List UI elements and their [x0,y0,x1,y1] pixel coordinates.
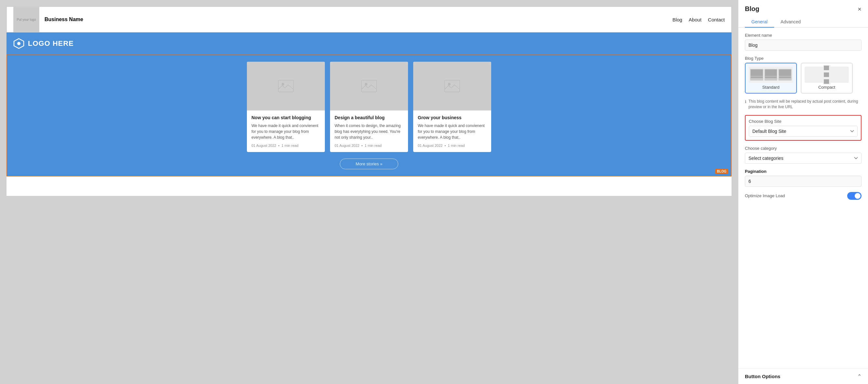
pagination-group: Pagination [745,169,862,187]
blog-card-meta-3: 01 August 2022 • 1 min read [418,143,487,148]
canvas-area: Put your logo Business Name Blog About C… [0,0,738,384]
blog-type-compact-label: Compact [818,85,835,90]
svg-point-6 [448,83,451,86]
nav-contact: Contact [708,17,725,23]
close-button[interactable]: × [858,6,862,12]
blog-type-label: Blog Type [745,56,862,61]
optimize-image-label: Optimize Image Load [745,193,785,198]
blog-card-excerpt-1: We have made it quick and convienent for… [251,123,320,140]
svg-point-2 [282,83,284,86]
blog-card: Design a beautiful blog When it comes to… [330,62,408,152]
nav-about: About [689,17,701,23]
choose-category-group: Choose category Select categories [745,146,862,164]
svg-point-0 [17,42,21,45]
pagination-input[interactable] [745,176,862,187]
blog-card: Grow your business We have made it quick… [413,62,491,152]
site-header: Put your logo Business Name Blog About C… [6,6,732,32]
optimize-image-row: Optimize Image Load [745,192,862,200]
element-name-input[interactable] [745,40,862,51]
blog-card-meta-2: 01 August 2022 • 1 min read [335,143,403,148]
blog-card-title-3: Grow your business [418,115,487,120]
choose-blog-site-group: Choose Blog Site Default Blog Site [745,115,862,141]
blog-card-body-2: Design a beautiful blog When it comes to… [330,110,408,152]
compact-preview [805,67,849,83]
info-message: ℹ This blog content will be replaced by … [745,99,862,110]
logo-area: LOGO HERE [6,32,732,55]
button-options-bar[interactable]: Button Options ⌃ [738,369,868,384]
blog-type-standard[interactable]: Standard [745,63,797,94]
blog-type-group: Blog Type [745,56,862,94]
choose-category-select[interactable]: Select categories [745,153,862,164]
optimize-image-toggle[interactable] [847,192,862,200]
right-panel: Blog × General Advanced Element name Blo… [738,0,868,384]
nav-blog: Blog [673,17,682,23]
blog-card-meta-1: 01 August 2022 • 1 min read [251,143,320,148]
blog-label: BLOG [715,169,728,174]
element-name-group: Element name [745,33,862,51]
image-placeholder-icon [444,79,460,93]
panel-header: Blog × [738,0,868,13]
svg-rect-1 [278,80,293,92]
business-name: Business Name [44,17,673,23]
blog-card-image-2 [330,62,408,110]
svg-rect-3 [362,80,376,92]
standard-preview [749,67,793,83]
panel-title: Blog [745,5,759,13]
blog-card-body-1: Now you can start blogging We have made … [247,110,325,152]
blog-card-body-3: Grow your business We have made it quick… [413,110,491,152]
choose-blog-site-select[interactable]: Default Blog Site [749,126,858,137]
pagination-label: Pagination [745,169,862,174]
header-logo-placeholder: Put your logo [13,6,39,32]
info-icon: ℹ [745,99,746,110]
blog-cards: Now you can start blogging We have made … [13,62,724,152]
panel-tabs: General Advanced [738,17,868,28]
element-name-label: Element name [745,33,862,38]
blog-card-excerpt-2: When it comes to design, the amazing blo… [335,123,403,140]
svg-rect-5 [445,80,460,92]
blog-card-title-2: Design a beautiful blog [335,115,403,120]
image-placeholder-icon [361,79,377,93]
blog-card: Now you can start blogging We have made … [247,62,325,152]
blog-card-image-3 [413,62,491,110]
choose-blog-site-label: Choose Blog Site [749,119,858,124]
logo-icon [13,38,25,50]
logo-text: LOGO HERE [28,39,74,48]
site-nav: Blog About Contact [673,17,725,23]
blog-type-compact[interactable]: Compact [801,63,853,94]
more-stories-button[interactable]: More stories » [340,159,398,169]
tab-general[interactable]: General [745,17,774,28]
blog-card-excerpt-3: We have made it quick and convienent for… [418,123,487,140]
blog-type-standard-label: Standard [763,85,780,90]
image-placeholder-icon [278,79,294,93]
panel-body: Element name Blog Type [738,28,868,205]
tab-advanced[interactable]: Advanced [774,17,807,28]
blog-card-image-1 [247,62,325,110]
svg-point-4 [365,83,367,86]
blog-section: Now you can start blogging We have made … [6,55,732,177]
blog-card-title-1: Now you can start blogging [251,115,320,120]
chevron-up-icon: ⌃ [857,373,862,379]
choose-category-label: Choose category [745,146,862,151]
footer-area [6,177,732,196]
button-options-label: Button Options [745,374,780,379]
blog-type-options: Standard [745,63,862,94]
